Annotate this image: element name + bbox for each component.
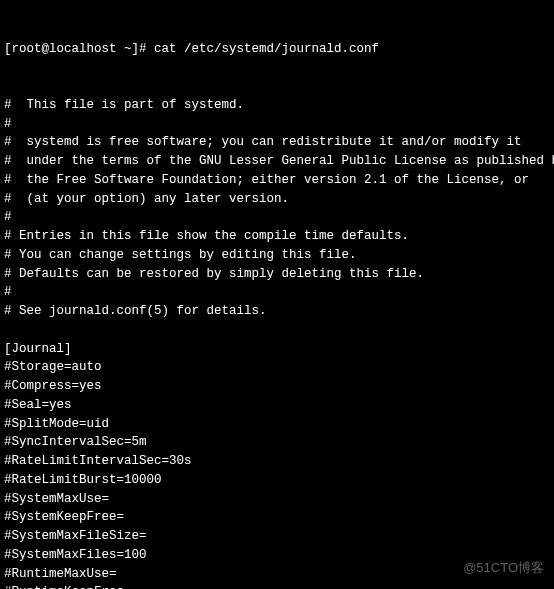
output-line: # the Free Software Foundation; either v… [4,171,550,190]
output-line: #RateLimitIntervalSec=30s [4,452,550,471]
output-line: #Compress=yes [4,377,550,396]
prompt-line[interactable]: [root@localhost ~]# cat /etc/systemd/jou… [4,40,550,59]
output-line: #Seal=yes [4,396,550,415]
output-line: #RuntimeKeepFree= [4,583,550,589]
file-content: # This file is part of systemd.## system… [4,96,550,589]
output-line: # See journald.conf(5) for details. [4,302,550,321]
output-line: #SyncIntervalSec=5m [4,433,550,452]
output-line: #Storage=auto [4,358,550,377]
output-line [4,321,550,340]
output-line: # [4,283,550,302]
output-line: [Journal] [4,340,550,359]
output-line: #SystemMaxUse= [4,490,550,509]
watermark: @51CTO博客 [463,558,544,578]
terminal-output: [root@localhost ~]# cat /etc/systemd/jou… [4,2,550,589]
output-line: #SystemMaxFileSize= [4,527,550,546]
output-line: # You can change settings by editing thi… [4,246,550,265]
output-line: # Defaults can be restored by simply del… [4,265,550,284]
output-line: # under the terms of the GNU Lesser Gene… [4,152,550,171]
output-line: # systemd is free software; you can redi… [4,133,550,152]
output-line: # [4,208,550,227]
output-line: #SystemKeepFree= [4,508,550,527]
output-line: # [4,115,550,134]
output-line: # (at your option) any later version. [4,190,550,209]
output-line: #RateLimitBurst=10000 [4,471,550,490]
output-line: # Entries in this file show the compile … [4,227,550,246]
output-line: #SplitMode=uid [4,415,550,434]
output-line: # This file is part of systemd. [4,96,550,115]
